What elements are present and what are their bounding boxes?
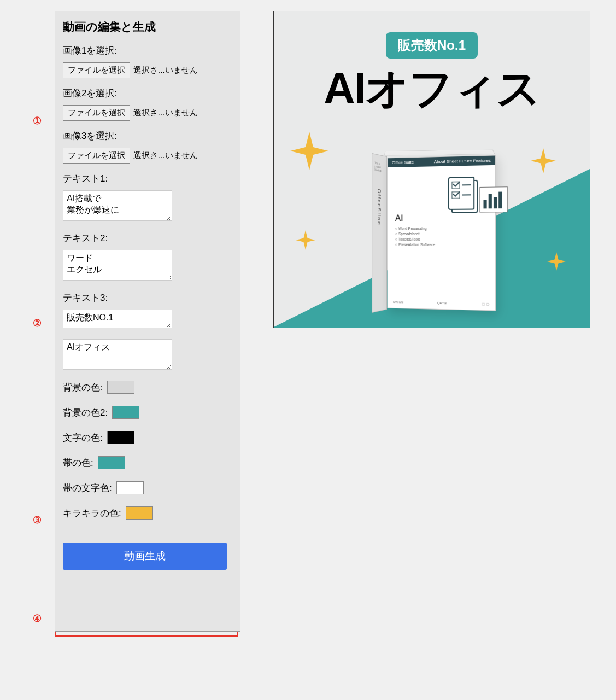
image3-field: 画像3を選択: ファイルを選択 選択さ...いません	[63, 130, 232, 164]
image3-status: 選択さ...いません	[133, 150, 198, 161]
bgcolor-swatch[interactable]	[107, 381, 134, 394]
box-footer-mid: Qemat	[437, 301, 447, 304]
editor-panel[interactable]: 動画の編集と生成 画像1を選択: ファイルを選択 選択さ...いません 画像2を…	[55, 11, 240, 632]
bandcolor-swatch[interactable]	[98, 456, 125, 469]
text2-input[interactable]	[63, 250, 172, 281]
textcolor-label: 文字の色:	[63, 431, 103, 444]
box-header: Office Suite	[392, 160, 414, 165]
text4-input[interactable]	[63, 339, 172, 370]
box-side-text: OffceSilne	[377, 189, 382, 226]
text2-field: テキスト2:	[63, 232, 232, 283]
text3-label: テキスト3:	[63, 291, 232, 304]
box-footer-left: SW EN	[393, 300, 403, 304]
box-feature: ○ Word Processing	[395, 226, 488, 230]
bandcolor-label: 帯の色:	[63, 457, 93, 469]
bandtextcolor-row: 帯の文字色:	[63, 481, 232, 494]
section-num-2: ②	[33, 317, 42, 329]
product-box-side: This is product Mockup OffceSilne	[372, 153, 387, 313]
box-feature: ○ Presentation Software	[395, 243, 488, 247]
product-box-top	[384, 150, 495, 156]
sparklecolor-label: キラキラの色:	[63, 507, 121, 520]
bgcolor2-swatch[interactable]	[112, 406, 139, 419]
preview-badge: 販売数No.1	[386, 32, 478, 59]
text1-input[interactable]	[63, 190, 172, 221]
bgcolor2-label: 背景の色2:	[63, 406, 108, 419]
preview-title: AIオフィス	[274, 60, 590, 119]
section-num-3: ③	[33, 514, 42, 526]
bgcolor-label: 背景の色:	[63, 381, 103, 394]
preview-canvas: 販売数No.1 AIオフィス This is product Mockup Of…	[273, 11, 590, 328]
text1-label: テキスト1:	[63, 172, 232, 185]
image1-choose-button[interactable]: ファイルを選択	[63, 62, 130, 78]
textcolor-row: 文字の色:	[63, 431, 232, 444]
sparklecolor-swatch[interactable]	[126, 506, 153, 520]
sparkle-icon	[290, 132, 328, 170]
text3-input[interactable]	[63, 310, 172, 328]
panel-title: 動画の編集と生成	[63, 19, 232, 34]
bandtextcolor-swatch[interactable]	[116, 481, 144, 494]
box-feature: ○ Toools&Tools	[395, 237, 488, 241]
product-box-front: Office Suite About Sheet Future Features	[387, 155, 496, 311]
text3-field: テキスト3:	[63, 291, 232, 330]
image2-status: 選択さ...いません	[133, 108, 198, 118]
image1-status: 選択さ...いません	[133, 65, 198, 75]
bar-chart-icon	[479, 186, 507, 212]
sparkle-icon	[296, 230, 315, 250]
text2-label: テキスト2:	[63, 232, 232, 244]
generate-button[interactable]: 動画生成	[63, 542, 227, 570]
box-side-tiny: This is product Mockup	[375, 161, 387, 173]
image3-label: 画像3を選択:	[63, 130, 232, 142]
box-header-items: About Sheet Future Features	[434, 158, 491, 164]
image2-field: 画像2を選択: ファイルを選択 選択さ...いません	[63, 87, 232, 121]
sparkle-icon	[547, 252, 566, 271]
section-num-4: ④	[33, 612, 42, 625]
box-footer-icons: ▢ ▢	[482, 302, 490, 306]
bgcolor-row: 背景の色:	[63, 381, 232, 394]
image1-field: 画像1を選択: ファイルを選択 選択さ...いません	[63, 44, 232, 78]
section-num-1: ①	[33, 115, 42, 127]
image1-label: 画像1を選択:	[63, 44, 232, 57]
text1-field: テキスト1:	[63, 172, 232, 223]
sparklecolor-row: キラキラの色:	[63, 506, 232, 520]
bgcolor2-row: 背景の色2:	[63, 406, 232, 419]
bandcolor-row: 帯の色:	[63, 456, 232, 469]
image3-choose-button[interactable]: ファイルを選択	[63, 148, 130, 164]
sparkle-icon	[531, 148, 556, 173]
box-feature: ○ Spreadsheet	[395, 232, 488, 236]
textcolor-swatch[interactable]	[107, 431, 134, 444]
bandtextcolor-label: 帯の文字色:	[63, 482, 112, 494]
product-box: This is product Mockup OffceSilne Office…	[359, 151, 506, 315]
image2-choose-button[interactable]: ファイルを選択	[63, 105, 130, 121]
text4-field	[63, 339, 232, 372]
image2-label: 画像2を選択:	[63, 87, 232, 100]
